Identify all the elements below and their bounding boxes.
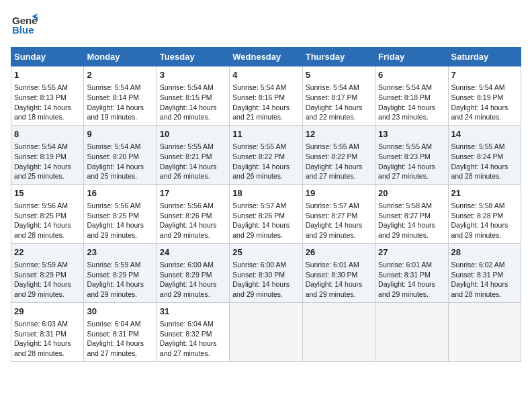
sunrise-label: Sunrise: 5:54 AM [306, 83, 359, 91]
daylight-minutes: and 26 minutes. [160, 172, 210, 180]
day-number: 9 [87, 128, 153, 140]
sunset-label: Sunset: 8:19 PM [14, 152, 66, 161]
daylight-label: Daylight: 14 hours [378, 280, 435, 288]
daylight-minutes: and 29 minutes. [87, 290, 137, 298]
day-number: 3 [160, 69, 226, 81]
sunrise-label: Sunrise: 5:54 AM [160, 83, 214, 91]
day-number: 31 [160, 306, 226, 318]
sunset-label: Sunset: 8:20 PM [87, 152, 139, 161]
calendar-cell: 20 Sunrise: 5:58 AM Sunset: 8:27 PM Dayl… [375, 184, 448, 243]
daylight-minutes: and 29 minutes. [87, 231, 137, 239]
daylight-label: Daylight: 14 hours [232, 163, 290, 171]
calendar-cell: 15 Sunrise: 5:56 AM Sunset: 8:25 PM Dayl… [11, 184, 84, 243]
daylight-label: Daylight: 14 hours [451, 221, 508, 229]
calendar-cell: 3 Sunrise: 5:54 AM Sunset: 8:15 PM Dayli… [157, 66, 229, 126]
sunrise-label: Sunrise: 6:03 AM [14, 320, 68, 328]
header-friday: Friday [375, 48, 448, 66]
calendar-cell: 2 Sunrise: 5:54 AM Sunset: 8:14 PM Dayli… [84, 66, 157, 126]
sunrise-label: Sunrise: 5:54 AM [378, 83, 432, 91]
sunset-label: Sunset: 8:17 PM [306, 93, 358, 101]
sunrise-label: Sunrise: 5:54 AM [14, 142, 68, 150]
header-monday: Monday [84, 48, 157, 66]
sunrise-label: Sunrise: 5:58 AM [378, 201, 432, 210]
svg-text:Blue: Blue [12, 24, 34, 36]
sunset-label: Sunset: 8:26 PM [232, 212, 285, 220]
sunrise-label: Sunrise: 5:54 AM [451, 83, 505, 91]
sunrise-label: Sunrise: 6:00 AM [160, 261, 214, 269]
daylight-label: Daylight: 14 hours [14, 221, 71, 229]
sunrise-label: Sunrise: 5:58 AM [451, 201, 505, 210]
sunset-label: Sunset: 8:29 PM [87, 271, 139, 279]
daylight-label: Daylight: 14 hours [14, 280, 71, 288]
sunset-label: Sunset: 8:29 PM [160, 271, 212, 279]
daylight-label: Daylight: 14 hours [87, 163, 144, 171]
daylight-minutes: and 28 minutes. [451, 290, 502, 298]
sunset-label: Sunset: 8:22 PM [232, 152, 285, 161]
daylight-minutes: and 25 minutes. [14, 172, 64, 180]
day-number: 20 [378, 187, 445, 199]
calendar-cell: 17 Sunrise: 5:56 AM Sunset: 8:26 PM Dayl… [157, 184, 229, 243]
logo: General Blue [11, 11, 38, 40]
sunrise-label: Sunrise: 5:59 AM [14, 261, 68, 269]
header-saturday: Saturday [448, 48, 521, 66]
sunset-label: Sunset: 8:15 PM [160, 93, 212, 101]
day-number: 15 [14, 187, 81, 199]
daylight-minutes: and 28 minutes. [14, 349, 64, 357]
sunrise-label: Sunrise: 5:55 AM [160, 142, 214, 150]
daylight-minutes: and 24 minutes. [451, 113, 502, 121]
sunset-label: Sunset: 8:22 PM [306, 152, 358, 161]
daylight-minutes: and 29 minutes. [232, 290, 283, 298]
daylight-minutes: and 19 minutes. [87, 113, 137, 121]
calendar-cell: 29 Sunrise: 6:03 AM Sunset: 8:31 PM Dayl… [11, 302, 84, 361]
calendar-cell [230, 302, 302, 361]
daylight-label: Daylight: 14 hours [14, 103, 71, 111]
sunset-label: Sunset: 8:31 PM [14, 330, 66, 338]
daylight-label: Daylight: 14 hours [378, 221, 435, 229]
calendar-cell: 9 Sunrise: 5:54 AM Sunset: 8:20 PM Dayli… [84, 125, 157, 184]
daylight-minutes: and 29 minutes. [160, 290, 210, 298]
daylight-label: Daylight: 14 hours [160, 339, 217, 347]
calendar-cell: 16 Sunrise: 5:56 AM Sunset: 8:25 PM Dayl… [84, 184, 157, 243]
daylight-minutes: and 22 minutes. [306, 113, 356, 121]
daylight-minutes: and 23 minutes. [378, 113, 429, 121]
header-wednesday: Wednesday [230, 48, 302, 66]
daylight-minutes: and 20 minutes. [160, 113, 210, 121]
week-row-1: 1 Sunrise: 5:55 AM Sunset: 8:13 PM Dayli… [11, 66, 521, 126]
sunrise-label: Sunrise: 6:01 AM [306, 261, 359, 269]
sunrise-label: Sunrise: 5:55 AM [306, 142, 359, 150]
day-number: 11 [232, 128, 299, 140]
week-row-4: 22 Sunrise: 5:59 AM Sunset: 8:29 PM Dayl… [11, 243, 521, 302]
daylight-label: Daylight: 14 hours [160, 103, 217, 111]
daylight-label: Daylight: 14 hours [232, 221, 290, 229]
daylight-minutes: and 28 minutes. [14, 231, 64, 239]
sunrise-label: Sunrise: 6:01 AM [378, 261, 432, 269]
sunrise-label: Sunrise: 6:04 AM [160, 320, 214, 328]
daylight-label: Daylight: 14 hours [306, 280, 363, 288]
sunrise-label: Sunrise: 5:55 AM [14, 83, 68, 91]
daylight-minutes: and 21 minutes. [232, 113, 283, 121]
calendar-cell: 23 Sunrise: 5:59 AM Sunset: 8:29 PM Dayl… [84, 243, 157, 302]
sunset-label: Sunset: 8:24 PM [451, 152, 504, 161]
calendar-cell: 21 Sunrise: 5:58 AM Sunset: 8:28 PM Dayl… [448, 184, 521, 243]
sunset-label: Sunset: 8:14 PM [87, 93, 139, 101]
day-number: 16 [87, 187, 153, 199]
daylight-label: Daylight: 14 hours [87, 280, 144, 288]
calendar-cell [375, 302, 448, 361]
sunrise-label: Sunrise: 5:56 AM [14, 201, 68, 210]
day-number: 7 [451, 69, 518, 81]
daylight-label: Daylight: 14 hours [160, 163, 217, 171]
day-number: 23 [87, 246, 153, 259]
daylight-minutes: and 28 minutes. [451, 172, 502, 180]
calendar-cell: 18 Sunrise: 5:57 AM Sunset: 8:26 PM Dayl… [230, 184, 302, 243]
daylight-minutes: and 29 minutes. [306, 290, 356, 298]
sunset-label: Sunset: 8:23 PM [378, 152, 431, 161]
daylight-label: Daylight: 14 hours [87, 103, 144, 111]
daylight-minutes: and 25 minutes. [87, 172, 137, 180]
day-number: 12 [306, 128, 372, 140]
sunset-label: Sunset: 8:26 PM [160, 212, 212, 220]
day-number: 5 [306, 69, 372, 81]
day-number: 27 [378, 246, 445, 259]
sunset-label: Sunset: 8:18 PM [378, 93, 431, 101]
daylight-label: Daylight: 14 hours [14, 163, 71, 171]
daylight-label: Daylight: 14 hours [14, 339, 71, 347]
